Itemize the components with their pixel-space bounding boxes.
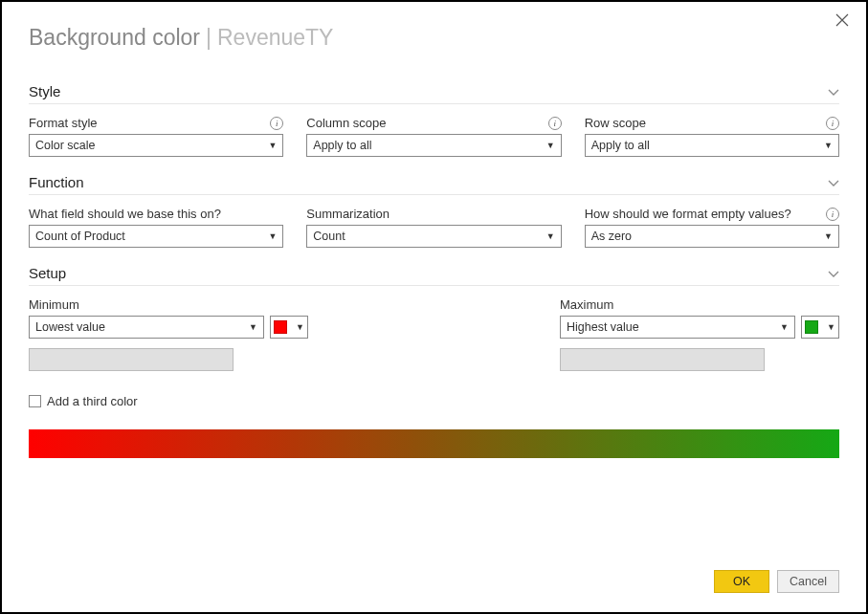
format-style-value: Color scale	[35, 139, 96, 152]
info-icon[interactable]: i	[270, 117, 283, 130]
column-scope-label: Column scope	[306, 116, 386, 130]
info-icon[interactable]: i	[826, 208, 839, 221]
section-setup-label: Setup	[29, 265, 66, 281]
dialog-title: Background color | RevenueTY	[29, 25, 839, 51]
summarization-select[interactable]: Count ▼	[306, 225, 561, 248]
maximum-color-picker[interactable]: ▼	[801, 316, 839, 339]
section-function-label: Function	[29, 174, 84, 190]
format-style-label: Format style	[29, 116, 98, 130]
add-third-color-checkbox[interactable]: Add a third color	[29, 394, 839, 408]
empty-values-select[interactable]: As zero ▼	[585, 225, 839, 248]
maximum-label: Maximum	[560, 297, 613, 312]
caret-down-icon: ▼	[546, 231, 555, 241]
title-main: Background color	[29, 25, 200, 51]
gradient-preview	[29, 429, 839, 458]
minimum-color-box	[274, 320, 287, 334]
base-field-value: Count of Product	[35, 230, 125, 243]
summarization-label: Summarization	[306, 207, 389, 221]
section-function-header[interactable]: Function	[29, 174, 839, 195]
minimum-label: Minimum	[29, 297, 79, 312]
maximum-select[interactable]: Highest value ▼	[560, 316, 795, 339]
maximum-value-input	[560, 348, 765, 371]
base-field-select[interactable]: Count of Product ▼	[29, 225, 283, 248]
chevron-down-icon	[828, 175, 839, 190]
title-separator: |	[206, 25, 211, 51]
checkbox-box	[29, 395, 41, 407]
caret-down-icon: ▼	[296, 322, 304, 332]
caret-down-icon: ▼	[827, 322, 835, 332]
caret-down-icon: ▼	[780, 322, 789, 332]
format-style-select[interactable]: Color scale ▼	[29, 134, 283, 157]
summarization-value: Count	[313, 230, 345, 243]
section-setup-header[interactable]: Setup	[29, 265, 839, 286]
info-icon[interactable]: i	[826, 117, 839, 130]
caret-down-icon: ▼	[268, 231, 277, 241]
empty-values-label: How should we format empty values?	[585, 207, 791, 221]
chevron-down-icon	[828, 84, 839, 99]
add-third-color-label: Add a third color	[47, 394, 138, 408]
minimum-select[interactable]: Lowest value ▼	[29, 316, 264, 339]
minimum-value-input	[29, 348, 234, 371]
section-style-label: Style	[29, 83, 60, 99]
caret-down-icon: ▼	[249, 322, 257, 332]
row-scope-value: Apply to all	[591, 139, 650, 152]
close-icon	[835, 13, 849, 27]
ok-button[interactable]: OK	[714, 570, 769, 593]
maximum-color-box	[805, 320, 818, 334]
base-field-label: What field should we base this on?	[29, 207, 221, 221]
info-icon[interactable]: i	[548, 117, 562, 130]
row-scope-label: Row scope	[585, 116, 646, 130]
caret-down-icon: ▼	[546, 141, 555, 150]
close-button[interactable]	[835, 13, 849, 31]
minimum-value: Lowest value	[35, 320, 105, 334]
chevron-down-icon	[828, 266, 839, 281]
cancel-button[interactable]: Cancel	[777, 570, 839, 593]
title-subtitle: RevenueTY	[217, 25, 333, 51]
row-scope-select[interactable]: Apply to all ▼	[585, 134, 839, 157]
empty-values-value: As zero	[591, 230, 632, 243]
column-scope-select[interactable]: Apply to all ▼	[306, 134, 561, 157]
caret-down-icon: ▼	[268, 141, 277, 150]
column-scope-value: Apply to all	[313, 139, 371, 152]
section-style-header[interactable]: Style	[29, 83, 839, 104]
minimum-color-picker[interactable]: ▼	[270, 316, 308, 339]
maximum-value: Highest value	[567, 320, 639, 334]
caret-down-icon: ▼	[824, 231, 833, 241]
caret-down-icon: ▼	[824, 141, 833, 150]
